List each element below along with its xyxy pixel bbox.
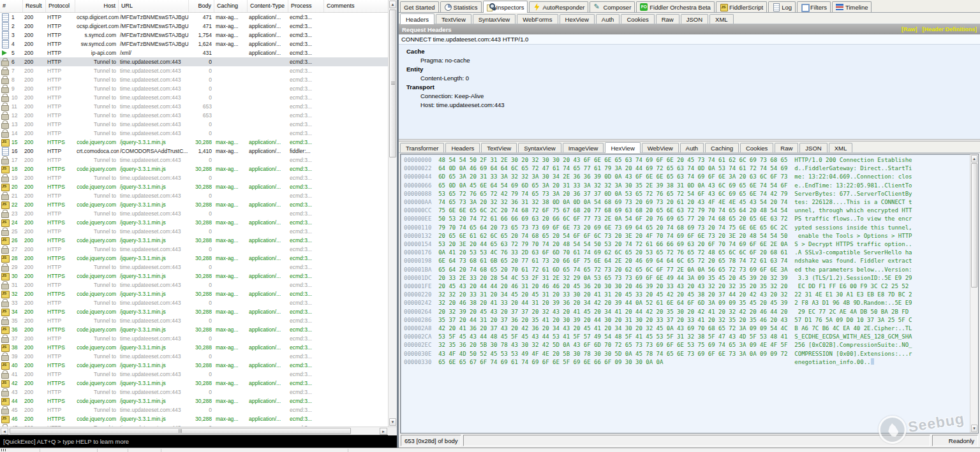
session-row[interactable]: 34200HTTPScode.jquery.com/jquery-3.3.1.m… — [0, 307, 397, 316]
hex-row[interactable]: 000001DC 20 33 2E 33 20 28 54 4C 53 2F 3… — [404, 274, 978, 282]
response-tab-textview[interactable]: TextView — [481, 143, 517, 152]
hex-row[interactable]: 000002EC 32 35 36 20 5B 30 78 43 30 32 4… — [404, 341, 978, 349]
hex-row[interactable]: 000000AA 74 65 73 3A 20 32 32 36 31 32 3… — [404, 198, 978, 207]
hex-row[interactable]: 000000CC 75 6E 6E 65 6C 2C 20 74 68 72 6… — [404, 207, 978, 215]
horizontal-scroll-thumb[interactable] — [10, 428, 351, 434]
session-row[interactable]: 7200HTTPTunnel totime.updateeset.com:443… — [0, 66, 397, 75]
response-tab-raw[interactable]: Raw — [775, 143, 798, 152]
hex-row[interactable]: 0000030E 43 4F 4D 50 52 45 53 53 49 4F 4… — [404, 350, 978, 358]
header-definitions-link[interactable]: [Header Definitions] — [922, 26, 977, 33]
header-section[interactable]: Entity — [399, 64, 980, 73]
quickexec-bar[interactable]: [QuickExec] ALT+Q > type HELP to learn m… — [0, 435, 397, 448]
raw-link[interactable]: [Raw] — [902, 26, 917, 33]
header-item[interactable]: Pragma: no-cache — [399, 55, 980, 64]
hex-row[interactable]: 000002A8 42 20 41 36 20 37 43 20 42 36 2… — [404, 324, 978, 333]
session-row[interactable]: 8200HTTPTunnel totime.updateeset.com:443… — [0, 75, 397, 84]
session-row[interactable]: 40200HTTPScode.jquery.com/jquery-3.3.1.m… — [0, 361, 397, 370]
vertical-scroll-thumb[interactable] — [389, 10, 396, 157]
hex-scroll-down-button[interactable]: ▼ — [971, 425, 977, 432]
column-header-process[interactable]: Process — [288, 0, 324, 12]
response-tab-json[interactable]: JSON — [799, 143, 827, 152]
response-tab-imageview[interactable]: ImageView — [563, 143, 604, 152]
tab-fiddlerscript[interactable]: JSFiddlerScript — [716, 1, 767, 12]
request-tab-textview[interactable]: TextView — [436, 14, 471, 24]
request-tab-auth[interactable]: Auth — [596, 14, 620, 24]
horizontal-scrollbar[interactable]: ◄ ► — [0, 426, 397, 435]
session-row[interactable]: 28200HTTPScode.jquery.com/jquery-3.3.1.m… — [0, 254, 397, 263]
session-row[interactable]: 30200HTTPScode.jquery.com/jquery-3.3.1.m… — [0, 272, 397, 281]
hex-row[interactable]: 00000198 6E 64 73 68 61 6B 65 20 77 61 7… — [404, 257, 978, 265]
session-row[interactable]: 46200HTTPScode.jquery.com/jquery-3.3.1.m… — [0, 414, 397, 423]
tab-statistics[interactable]: Statistics — [440, 1, 482, 12]
hex-row[interactable]: 00000022 64 0D 0A 46 69 64 64 6C 65 72 4… — [404, 164, 978, 173]
session-row[interactable]: 37200HTTPTunnel totime.updateeset.com:44… — [0, 334, 397, 343]
request-tab-syntaxview[interactable]: SyntaxView — [473, 14, 516, 24]
session-row[interactable]: 3200HTTPs.symcd.com/MFEwTzBNMEswSTAJBgU.… — [0, 31, 397, 40]
tab-timeline[interactable]: Timeline — [832, 1, 872, 12]
hex-row[interactable]: 00000132 20 65 6E 61 62 6C 65 20 74 68 6… — [404, 232, 978, 240]
hex-scroll-thumb[interactable] — [971, 163, 977, 288]
session-row[interactable]: 5200HTTPip-api.com/xml/431application/..… — [0, 48, 397, 57]
hex-row[interactable]: 00000220 32 32 20 33 31 20 34 45 20 45 3… — [404, 291, 978, 299]
tab-autoresponder[interactable]: AutoResponder — [529, 1, 588, 12]
session-row[interactable]: 35200HTTPTunnel totime.updateeset.com:44… — [0, 316, 397, 325]
response-tab-hexview[interactable]: HexView — [605, 142, 640, 153]
session-row[interactable]: 10200HTTPTunnel totime.updateeset.com:44… — [0, 93, 397, 102]
request-tab-xml[interactable]: XML — [709, 14, 734, 24]
request-tab-cookies[interactable]: Cookies — [621, 14, 654, 24]
column-header-protocol[interactable]: Protocol — [46, 0, 75, 12]
session-row[interactable]: 42200HTTPScode.jquery.com/jquery-3.3.1.m… — [0, 379, 397, 388]
session-row[interactable]: 36200HTTPScode.jquery.com/jquery-3.3.1.m… — [0, 325, 397, 334]
session-row[interactable]: 9200HTTPTunnel totime.updateeset.com:443… — [0, 84, 397, 93]
response-tab-xml[interactable]: XML — [829, 143, 853, 152]
session-row[interactable]: 33200HTTPTunnel totime.updateeset.com:44… — [0, 298, 397, 307]
session-row[interactable]: 18200HTTPScode.jquery.com/jquery-3.3.1.m… — [0, 164, 397, 173]
tab-filters[interactable]: Filters — [797, 1, 831, 12]
column-header-result[interactable]: Result — [23, 0, 46, 12]
request-tab-headers[interactable]: Headers — [400, 13, 434, 24]
request-tab-json[interactable]: JSON — [681, 14, 708, 24]
response-tab-auth[interactable]: Auth — [680, 143, 704, 152]
session-row[interactable]: 15200HTTPScode.jquery.com/jquery-3.3.1.m… — [0, 138, 397, 147]
session-row[interactable]: 31200HTTPTunnel totime.updateeset.com:44… — [0, 281, 397, 289]
response-tab-headers[interactable]: Headers — [445, 143, 480, 152]
request-line[interactable]: CONNECT time.updateeset.com:443 HTTP/1.0 — [399, 34, 980, 45]
session-row[interactable]: 22200HTTPScode.jquery.com/jquery-3.3.1.m… — [0, 200, 397, 209]
hex-row[interactable]: 00000066 65 0D 0A 45 6E 64 54 69 6D 65 3… — [404, 182, 978, 190]
scroll-down-button[interactable]: ▼ — [389, 418, 396, 426]
session-row[interactable]: 17200HTTPTunnel totime.updateeset.com:44… — [0, 156, 397, 164]
scroll-right-button[interactable]: ► — [380, 428, 387, 435]
header-item[interactable]: Connection: Keep-Alive — [399, 91, 980, 100]
column-header-comments[interactable]: Comments — [324, 0, 397, 12]
hex-row[interactable]: 00000330 65 6E 65 67 6F 74 69 61 74 69 6… — [404, 358, 978, 367]
tab-get-started[interactable]: Get Started — [400, 1, 439, 12]
session-list-scrollbar[interactable]: ▲ ▼ — [388, 0, 397, 426]
response-tab-syntaxview[interactable]: SyntaxView — [518, 143, 561, 152]
session-row[interactable]: 19200HTTPTunnel totime.updateeset.com:44… — [0, 173, 397, 182]
session-row[interactable]: 1200HTTPocsp.digicert.com/MFEwTzBNMEswST… — [0, 13, 397, 22]
header-section[interactable]: Cache — [399, 47, 980, 55]
session-row[interactable]: 41200HTTPTunnel totime.updateeset.com:44… — [0, 370, 397, 379]
column-header-caching[interactable]: Caching — [214, 0, 248, 12]
tab-log[interactable]: Log — [768, 1, 796, 12]
session-row[interactable]: 39200HTTPTunnel totime.updateeset.com:44… — [0, 352, 397, 361]
hex-row[interactable]: 00000044 6D 65 3A 20 31 33 3A 32 32 3A 3… — [404, 173, 978, 181]
session-row[interactable]: 24200HTTPScode.jquery.com/jquery-3.3.1.m… — [0, 218, 397, 227]
session-row[interactable]: 20200HTTPScode.jquery.com/jquery-3.3.1.m… — [0, 182, 397, 191]
column-header-url[interactable]: URL — [119, 0, 189, 12]
response-tab-transformer[interactable]: Transformer — [400, 143, 444, 152]
session-row[interactable]: 29200HTTPTunnel totime.updateeset.com:44… — [0, 263, 397, 272]
session-row[interactable]: 6200HTTPTunnel totime.updateeset.com:443… — [0, 57, 397, 66]
column-header-body[interactable]: Body — [189, 0, 214, 12]
session-row[interactable]: 11200HTTPTunnel totime.updateeset.com:44… — [0, 102, 397, 111]
hex-row[interactable]: 000001FE 20 45 43 20 44 44 20 46 31 20 4… — [404, 282, 978, 291]
column-header-content-type[interactable]: Content-Type — [248, 0, 288, 12]
hex-row[interactable]: 000000EE 50 53 20 74 72 61 66 66 69 63 2… — [404, 215, 978, 223]
hex-row[interactable]: 00000242 32 20 46 38 20 41 33 20 44 31 2… — [404, 299, 978, 307]
session-row[interactable]: 32200HTTPScode.jquery.com/jquery-3.3.1.m… — [0, 289, 397, 298]
session-row[interactable]: 2200HTTPocsp.digicert.com/MFEwTzBNMEswST… — [0, 22, 397, 31]
request-tab-hexview[interactable]: HexView — [560, 14, 595, 24]
session-row[interactable]: 13200HTTPTunnel totime.updateeset.com:44… — [0, 120, 397, 129]
session-row[interactable]: 43200HTTPTunnel totime.updateeset.com:44… — [0, 388, 397, 397]
hex-row[interactable]: 000002CA 53 5F 45 43 44 48 45 5F 45 43 4… — [404, 333, 978, 341]
